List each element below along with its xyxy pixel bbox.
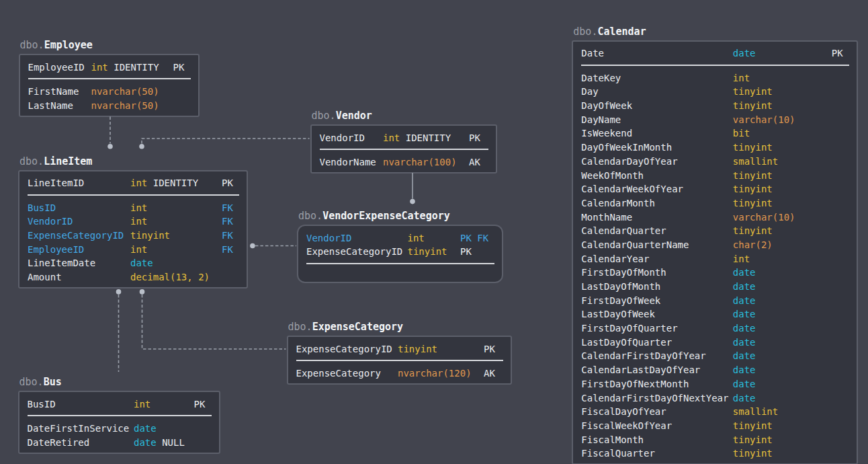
column-type: date — [134, 422, 157, 436]
key-separator — [28, 194, 239, 196]
edge-ball-bus-lineitem — [116, 289, 122, 295]
table-box-bus[interactable]: BusIDintPKDateFirstInServicedateDateReti… — [18, 391, 220, 454]
column-type: tinyint — [733, 169, 773, 183]
table-name: Vendor — [336, 110, 372, 122]
column-name: FirstDayOfQuarter — [581, 321, 677, 336]
column-row-date: DatedatePK — [573, 46, 857, 61]
column-name: Date — [581, 46, 604, 61]
table-schema: dbo. — [298, 210, 322, 222]
edge-ball-expensecategory-lineitem — [140, 289, 145, 295]
column-keys: FK — [222, 243, 233, 257]
column-row-expensecategory: ExpenseCategorynvarchar(120)AK — [288, 366, 511, 381]
column-name: CalendarFirstDayOfNextYear — [581, 391, 728, 405]
column-keys: PK — [484, 342, 495, 356]
column-name: DateRetired — [28, 436, 90, 450]
table-name: LineItem — [44, 155, 92, 167]
column-row-employeeid: EmployeeIDintFK — [19, 243, 247, 257]
column-type: int — [408, 231, 425, 245]
column-type: tinyint — [733, 99, 773, 113]
edge-ball-vendorexpensecategory-lineitem — [250, 243, 255, 249]
column-name: MonthName — [581, 210, 632, 225]
column-row-fiscalquarter: FiscalQuartertinyint — [573, 447, 857, 461]
column-name: ExpenseCategoryID — [28, 229, 124, 243]
table-node-bus[interactable]: dbo.BusBusIDintPKDateFirstInServicedateD… — [18, 373, 220, 454]
column-row-fiscalmonth: FiscalMonthtinyint — [573, 433, 857, 447]
column-type: smallint — [733, 155, 778, 169]
edge-expensecategory-lineitem — [142, 295, 286, 349]
diagram-canvas[interactable]: dbo.EmployeeEmployeeIDint IDENTITYPKFirs… — [0, 0, 868, 464]
column-type: varchar(10) — [733, 210, 795, 225]
column-row-fiscalweekofyear: FiscalWeekOfYeartinyint — [573, 419, 857, 433]
table-title-employee: dbo.Employee — [19, 36, 200, 54]
edge-ball-vendor-vendorexpensecategory — [410, 199, 415, 204]
column-type: date — [733, 46, 756, 61]
column-name: VendorID — [28, 215, 73, 229]
column-keys: FK — [222, 201, 233, 215]
column-row-firstdayofmonth: FirstDayOfMonthdate — [573, 266, 857, 280]
table-box-expensecategory[interactable]: ExpenseCategoryIDtinyintPKExpenseCategor… — [287, 336, 513, 385]
key-separator — [306, 263, 494, 264]
column-name: CalendarMonth — [581, 196, 655, 210]
column-type: tinyint — [733, 447, 773, 461]
column-name: Amount — [28, 270, 62, 284]
table-box-vendor[interactable]: VendorIDint IDENTITYPKVendorNamenvarchar… — [310, 124, 498, 173]
column-name: CalendarWeekOfYear — [581, 182, 683, 196]
table-node-expensecategory[interactable]: dbo.ExpenseCategoryExpenseCategoryIDtiny… — [287, 318, 513, 385]
column-row-calendarfirstdayofyear: CalendarFirstDayOfYeardate — [573, 349, 857, 363]
column-type: tinyint — [733, 196, 773, 210]
column-type: tinyint — [733, 182, 773, 196]
column-name: CalendarQuarterName — [581, 238, 689, 252]
column-type: int — [130, 201, 147, 215]
column-row-lastdayofweek: LastDayOfWeekdate — [573, 307, 857, 321]
column-row-datekey: DateKeyint — [573, 71, 857, 85]
table-node-calendar[interactable]: dbo.CalendarDatedatePKDateKeyintDaytinyi… — [572, 23, 858, 464]
column-type: varchar(10) — [733, 113, 795, 127]
column-type: tinyint — [408, 245, 447, 259]
column-extra: IDENTITY — [147, 178, 198, 188]
column-row-calendarweekofyear: CalendarWeekOfYeartinyint — [573, 182, 857, 196]
column-row-vendorid: VendorIDintPK FK — [298, 231, 502, 245]
table-node-vendorexpensecategory[interactable]: dbo.VendorExpenseCategoryVendorIDintPK F… — [297, 207, 503, 283]
column-keys: AK — [469, 155, 480, 169]
column-type: smallint — [733, 405, 778, 419]
column-keys: PK — [460, 245, 472, 259]
column-row-fiscaldayofyear: FiscalDayOfYearsmallint — [573, 405, 857, 419]
column-extra: NULL — [157, 437, 185, 448]
table-box-calendar[interactable]: DatedatePKDateKeyintDaytinyintDayOfWeekt… — [572, 40, 858, 464]
column-row-firstdayofweek: FirstDayOfWeekdate — [573, 294, 857, 308]
column-row-calendarquartername: CalendarQuarterNamechar(2) — [573, 238, 857, 252]
table-node-vendor[interactable]: dbo.VendorVendorIDint IDENTITYPKVendorNa… — [310, 107, 498, 173]
column-type: date — [733, 280, 756, 294]
column-type: tinyint — [130, 229, 170, 243]
column-row-expensecategoryid: ExpenseCategoryIDtinyintFK — [19, 229, 247, 243]
column-row-calendardayofyear: CalendarDayOfYearsmallint — [573, 155, 857, 169]
table-name: VendorExpenseCategory — [322, 210, 450, 222]
column-type: date — [733, 377, 756, 391]
column-row-expensecategoryid: ExpenseCategoryIDtinyintPK — [298, 245, 502, 259]
column-row-dateretired: DateRetireddate NULL — [19, 436, 219, 450]
column-name: IsWeekend — [581, 126, 632, 141]
table-node-lineitem[interactable]: dbo.LineItemLineItemIDint IDENTITYPKBusI… — [18, 153, 248, 288]
table-name: ExpenseCategory — [312, 321, 403, 333]
column-row-vendorname: VendorNamenvarchar(100)AK — [312, 155, 496, 169]
column-type: int — [733, 252, 750, 266]
column-keys: FK — [222, 215, 233, 229]
column-name: DateFirstInService — [28, 422, 130, 436]
edge-ball-vendor-lineitem — [139, 144, 144, 149]
table-title-vendorexpensecategory: dbo.VendorExpenseCategory — [297, 207, 503, 225]
table-box-employee[interactable]: EmployeeIDint IDENTITYPKFirstNamenvarcha… — [19, 54, 200, 117]
column-row-monthname: MonthNamevarchar(10) — [573, 210, 857, 225]
column-keys: PK — [222, 176, 233, 190]
table-box-vendorexpensecategory[interactable]: VendorIDintPK FKExpenseCategoryIDtinyint… — [297, 225, 503, 283]
column-row-calendarlastdayofyear: CalendarLastDayOfYeardate — [573, 363, 857, 377]
column-row-busid: BusIDintFK — [19, 201, 247, 215]
empty-body-space — [298, 270, 502, 279]
table-box-lineitem[interactable]: LineItemIDint IDENTITYPKBusIDintFKVendor… — [18, 170, 248, 288]
column-row-day: Daytinyint — [573, 85, 857, 99]
column-name: FiscalMonth — [581, 433, 644, 447]
column-keys: PK — [173, 61, 185, 75]
table-schema: dbo. — [20, 39, 44, 51]
table-node-employee[interactable]: dbo.EmployeeEmployeeIDint IDENTITYPKFirs… — [19, 36, 200, 117]
key-separator — [581, 65, 849, 66]
column-type: date — [733, 266, 756, 280]
